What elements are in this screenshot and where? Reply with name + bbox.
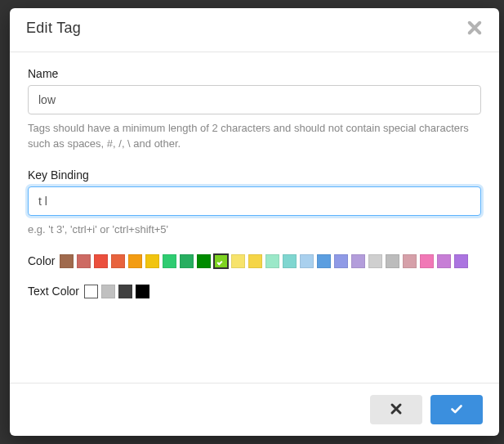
color-swatch[interactable] (197, 254, 211, 268)
name-group: Name Tags should have a minimum length o… (28, 67, 481, 152)
confirm-button[interactable] (430, 395, 483, 424)
color-swatch[interactable] (94, 254, 108, 268)
color-swatch[interactable] (317, 254, 331, 268)
color-swatch[interactable] (111, 254, 125, 268)
keybinding-input[interactable] (28, 186, 481, 216)
color-swatch[interactable] (231, 254, 245, 268)
textcolor-swatch[interactable] (84, 285, 98, 298)
color-swatch[interactable] (163, 254, 176, 268)
dialog-body: Name Tags should have a minimum length o… (10, 52, 499, 383)
dialog-title: Edit Tag (26, 20, 81, 37)
color-swatch[interactable] (128, 254, 142, 268)
color-label: Color (28, 254, 55, 267)
color-swatch[interactable] (334, 254, 348, 268)
color-swatch[interactable] (386, 254, 399, 268)
color-swatch[interactable] (351, 254, 365, 268)
color-swatch[interactable] (248, 254, 262, 268)
name-label: Name (28, 67, 481, 80)
color-swatch[interactable] (214, 254, 228, 268)
color-swatch[interactable] (300, 254, 314, 268)
color-swatch[interactable] (403, 254, 417, 268)
color-swatch[interactable] (454, 254, 468, 268)
textcolor-swatch[interactable] (136, 285, 149, 298)
color-swatch[interactable] (60, 254, 74, 268)
dialog-header: Edit Tag (10, 8, 499, 52)
textcolor-swatch[interactable] (101, 285, 115, 298)
check-icon (450, 402, 463, 418)
textcolor-swatch[interactable] (118, 285, 132, 298)
textcolor-row: Text Color (28, 285, 481, 298)
color-row: Color (28, 254, 481, 268)
color-swatch[interactable] (77, 254, 91, 268)
color-swatch[interactable] (265, 254, 279, 268)
color-swatch[interactable] (420, 254, 434, 268)
color-swatch[interactable] (180, 254, 194, 268)
keybinding-label: Key Binding (28, 168, 481, 182)
name-help: Tags should have a minimum length of 2 c… (28, 121, 481, 152)
keybinding-group: Key Binding e.g. 't 3', 'ctrl+i' or 'ctr… (28, 168, 481, 238)
close-icon (390, 402, 403, 418)
edit-tag-dialog: Edit Tag Name Tags should have a minimum… (10, 8, 499, 436)
cancel-button[interactable] (370, 395, 422, 424)
close-icon[interactable] (466, 20, 483, 36)
color-swatch[interactable] (145, 254, 159, 268)
color-swatch[interactable] (283, 254, 297, 268)
color-swatch[interactable] (437, 254, 451, 268)
keybinding-help: e.g. 't 3', 'ctrl+i' or 'ctrl+shift+5' (28, 222, 481, 238)
textcolor-label: Text Color (28, 285, 79, 298)
name-input[interactable] (28, 85, 481, 114)
dialog-footer (10, 383, 499, 436)
color-swatch[interactable] (368, 254, 382, 268)
